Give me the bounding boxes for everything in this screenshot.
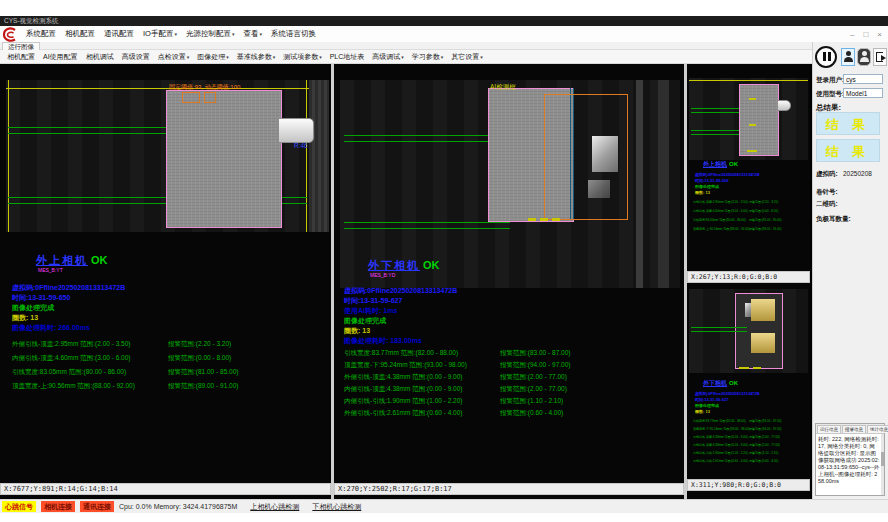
- result-badge-2: 结 果: [816, 139, 880, 162]
- tool-test-params[interactable]: 测试项参数▾: [283, 52, 322, 62]
- time-line: 时间:13-31-59-627: [344, 296, 402, 306]
- log-tab-alarm[interactable]: 报警信息: [842, 425, 866, 433]
- marker: [753, 367, 761, 369]
- menu-comm-config[interactable]: 通讯配置: [104, 29, 134, 39]
- toolbar: 相机配置 AI使用配置 相机调试 高级设置 点检设置▾ 图像处理▾ 基准线参数▾…: [0, 50, 812, 64]
- login-user-field[interactable]: cys: [843, 74, 883, 84]
- r-value-overlay: R:46: [294, 142, 308, 149]
- virtual-code-value: 20250208: [843, 170, 872, 177]
- camera-title: 外下相机OK: [703, 379, 738, 388]
- measurement-alarm: 报警范围:(83.00 - 87.00): [749, 419, 782, 423]
- log-tabs: 运行信息 报警信息 统计信息: [816, 424, 884, 434]
- measure-line: [691, 327, 747, 328]
- measurement-value: 顶盖宽度-上:90.56mm 范围:(88.00 - 92.00): [12, 382, 135, 391]
- camera-ok-status: OK: [91, 254, 108, 266]
- measurement-alarm: 报警范围:(0.00 - 8.00): [168, 354, 231, 363]
- result-badge-1: 结 果: [816, 112, 880, 135]
- camera-image-top[interactable]: 固定阈值:93, 动态阈值:100 R:46: [6, 80, 329, 232]
- virtual-code-line: 虚拟码:0Ffline2025020813313472B: [344, 286, 457, 296]
- measurement-value: 内侧引线-顶盖:4.38mm 范围:(0.00 - 9.00): [693, 443, 748, 447]
- mini-image-top[interactable]: [689, 78, 808, 160]
- tool-camera-debug[interactable]: 相机调试: [86, 52, 114, 62]
- minimize-icon[interactable]: –: [850, 30, 854, 39]
- menu-language-switch[interactable]: 系统语言切换: [271, 29, 316, 39]
- maximize-icon[interactable]: □: [863, 30, 868, 39]
- measurement-alarm: 报警范围:(0.00 - 8.00): [749, 209, 778, 213]
- measurement-alarm: 报警范围:(89.00 - 91.00): [168, 382, 238, 391]
- tool-advanced-debug[interactable]: 高级调试▾: [372, 52, 404, 62]
- measurement-value: 外侧引线-引线:2.61mm 范围:(0.60 - 4.00): [344, 409, 462, 418]
- pin-number-label: 卷针号:: [816, 188, 838, 197]
- menu-io-config[interactable]: IO手配置▾: [143, 29, 177, 39]
- log-tab-stats[interactable]: 统计信息: [867, 425, 888, 433]
- measurement-alarm: 报警范围:(2.00 - 77.00): [749, 435, 780, 439]
- done-line: 图像处理完成: [695, 403, 719, 408]
- time-line: 时间:13-31-59-627: [695, 397, 728, 402]
- camera-image-bottom[interactable]: AI检测框: [340, 80, 680, 288]
- guide-line: [6, 88, 329, 89]
- image-texture: [658, 80, 669, 288]
- user-lock-button[interactable]: [841, 48, 855, 66]
- tool-camera-config[interactable]: 相机配置: [7, 52, 35, 62]
- menu-light-config[interactable]: 光源控制配置▾: [186, 29, 235, 39]
- tool-image-processing[interactable]: 图像处理▾: [197, 52, 229, 62]
- count-line: 圈数: 13: [695, 190, 710, 195]
- menu-camera-config[interactable]: 相机配置: [65, 29, 95, 39]
- tool-plc-address[interactable]: PLC地址表: [330, 52, 365, 62]
- pixel-coords-status: X:7677;Y:891;R:14;G:14;B:14: [0, 483, 331, 495]
- mes-label: MES_B:YD: [370, 272, 395, 278]
- user-icon: [846, 51, 851, 56]
- tool-image-processing-label: 图像处理: [197, 53, 225, 60]
- tool-advanced-settings[interactable]: 高级设置: [122, 52, 150, 62]
- lower-camera-heartbeat: 下相机心跳检测: [312, 502, 361, 512]
- menu-view[interactable]: 查看▾: [243, 29, 262, 39]
- mini-image-bottom[interactable]: [689, 289, 808, 373]
- measurement-alarm: 报警范围:(94.00 - 97.00): [749, 427, 782, 431]
- part-region: [739, 84, 779, 156]
- tool-other-settings[interactable]: 其它设置▾: [451, 52, 483, 62]
- camera-title: 外下相机OK: [368, 258, 440, 273]
- measurement-alarm: 报警范围:(81.00 - 85.00): [168, 368, 238, 377]
- tool-advanced-debug-label: 高级调试: [372, 53, 400, 60]
- pixel-coords-status: X:267;Y:13;R:0;G:0;B:0: [687, 271, 810, 283]
- image-texture: [309, 80, 329, 232]
- model-field[interactable]: Model1: [843, 88, 883, 98]
- tab-run-image[interactable]: 运行图像: [2, 42, 40, 50]
- virtual-code-label: 虚拟码:: [816, 170, 838, 179]
- threshold-overlay: 固定阈值:93, 动态阈值:100: [169, 83, 240, 92]
- menu-system-config[interactable]: 系统配置: [26, 29, 56, 39]
- chevron-down-icon: ▾: [232, 31, 235, 37]
- tool-spot-check[interactable]: 点检设置▾: [158, 52, 190, 62]
- measurement-alarm: 报警范围:(1.10 - 2.10): [749, 451, 778, 455]
- log-tab-run[interactable]: 运行信息: [817, 425, 841, 433]
- chevron-down-icon: ▾: [441, 54, 444, 60]
- admin-user-button[interactable]: [857, 48, 871, 66]
- metal-contact: [592, 136, 618, 172]
- tool-learning-params[interactable]: 学习参数▾: [412, 52, 444, 62]
- pause-button[interactable]: [815, 46, 837, 68]
- measurement-value: 引线宽度:83.05mm 范围:(80.00 - 86.00): [693, 218, 746, 222]
- panel-cam-bottom: AI检测框 外下相机OK MES_B:YD 虚拟码:0Ffline2025020…: [334, 64, 684, 499]
- tool-ai-usage-config[interactable]: AI使用配置: [43, 52, 78, 62]
- ai-box-overlay: AI检测框: [490, 83, 516, 92]
- app-logo-icon: [3, 27, 17, 42]
- chevron-down-icon: ▾: [273, 54, 276, 60]
- tool-baseline-params[interactable]: 基准线参数▾: [237, 52, 276, 62]
- pixel-coords-status: X:311;Y:980;R:0;G:0;B:0: [687, 479, 810, 491]
- camera-connect-badge: 相机连接: [41, 501, 75, 512]
- metal-contact: [745, 303, 751, 317]
- marker: [747, 150, 757, 152]
- chevron-down-icon: ▾: [187, 54, 190, 60]
- log-scrollbar[interactable]: [881, 434, 884, 495]
- close-icon[interactable]: ×: [877, 30, 882, 39]
- mes-label: MES_B:YT: [38, 267, 63, 273]
- exit-button[interactable]: [873, 48, 887, 66]
- menu-light-config-label: 光源控制配置: [186, 29, 231, 38]
- tool-learning-params-label: 学习参数: [412, 53, 440, 60]
- log-scroll-thumb[interactable]: [881, 452, 884, 466]
- done-line: 图像处理完成: [12, 303, 54, 313]
- tool-other-settings-label: 其它设置: [451, 53, 479, 60]
- login-user-label: 登录用户:: [816, 76, 844, 85]
- user-icon: [860, 57, 869, 62]
- measurement-value: 内侧引线-引线:1.90mm 范围:(1.00 - 2.20): [693, 451, 748, 455]
